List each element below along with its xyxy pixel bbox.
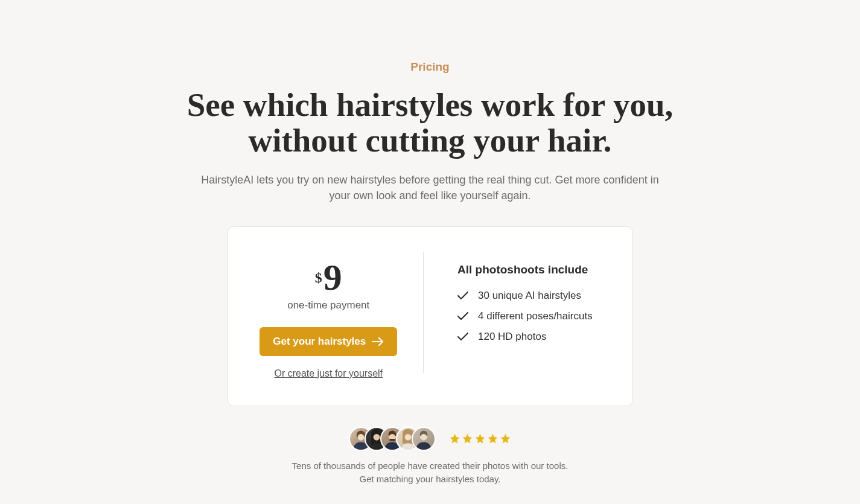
avatar xyxy=(412,427,436,451)
svg-rect-7 xyxy=(390,439,395,441)
create-for-yourself-link[interactable]: Or create just for yourself xyxy=(274,368,383,379)
feature-list: 30 unique AI hairstyles 4 different pose… xyxy=(457,290,606,343)
svg-point-11 xyxy=(421,434,427,441)
pricing-card-left: $ 9 one-time payment Get your hairstyles… xyxy=(255,258,424,379)
check-icon xyxy=(457,333,468,341)
feature-item: 30 unique AI hairstyles xyxy=(457,290,606,302)
star-icon xyxy=(474,433,486,444)
price-amount: 9 xyxy=(323,258,342,296)
price: $ 9 xyxy=(315,258,342,296)
price-note: one-time payment xyxy=(287,299,369,311)
includes-title: All photoshoots include xyxy=(457,263,606,276)
avatar-stack xyxy=(349,427,436,451)
svg-point-2 xyxy=(358,434,365,441)
social-proof: Tens of thousands of people have created… xyxy=(288,427,572,486)
get-hairstyles-button[interactable]: Get your hairstyles xyxy=(260,327,397,356)
pricing-eyebrow: Pricing xyxy=(410,60,449,74)
star-rating xyxy=(449,433,511,444)
social-row xyxy=(349,427,511,451)
star-icon xyxy=(449,433,460,444)
check-icon xyxy=(457,292,468,300)
feature-text: 4 different poses/haircuts xyxy=(478,310,593,322)
svg-point-3 xyxy=(374,434,380,441)
star-icon xyxy=(500,433,511,444)
page-subhead: HairstyleAI lets you try on new hairstyl… xyxy=(201,172,660,203)
page-headline: See which hairstyles work for you, witho… xyxy=(183,87,678,159)
svg-point-8 xyxy=(405,434,412,441)
pricing-card: $ 9 one-time payment Get your hairstyles… xyxy=(228,226,633,406)
pricing-card-right: All photoshoots include 30 unique AI hai… xyxy=(424,258,606,379)
star-icon xyxy=(487,433,498,444)
feature-text: 120 HD photos xyxy=(478,331,546,343)
social-text: Tens of thousands of people have created… xyxy=(288,459,572,486)
arrow-right-icon xyxy=(372,337,384,346)
star-icon xyxy=(462,433,473,444)
feature-item: 120 HD photos xyxy=(457,331,606,343)
check-icon xyxy=(457,312,468,321)
price-currency: $ xyxy=(315,270,322,286)
feature-item: 4 different poses/haircuts xyxy=(457,310,606,322)
feature-text: 30 unique AI hairstyles xyxy=(478,290,581,302)
cta-label: Get your hairstyles xyxy=(273,336,366,348)
